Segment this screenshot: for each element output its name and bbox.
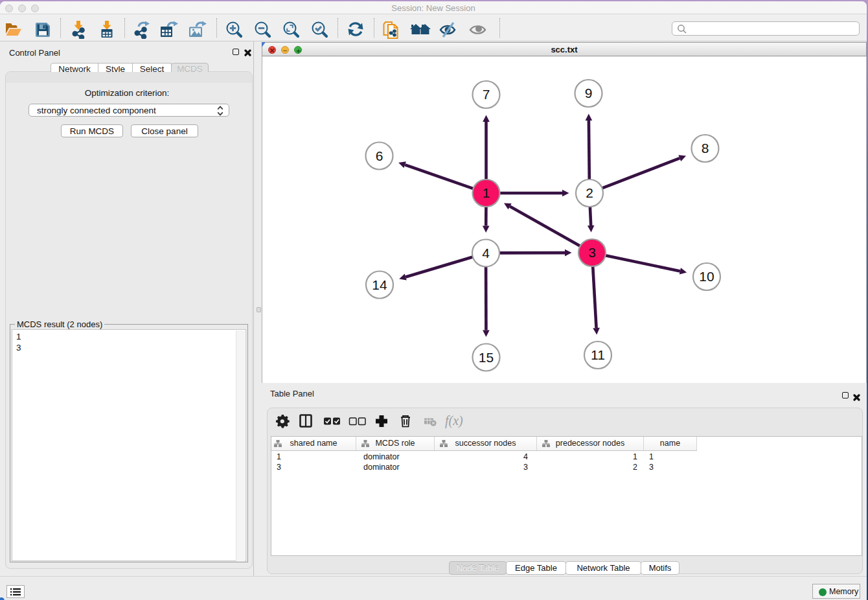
svg-text:14: 14 [372, 277, 387, 292]
svg-text:1: 1 [483, 185, 490, 200]
svg-text:4: 4 [482, 246, 490, 260]
svg-text:8: 8 [702, 141, 709, 156]
svg-text:10: 10 [699, 269, 714, 284]
svg-text:6: 6 [376, 148, 383, 163]
svg-text:11: 11 [591, 347, 605, 362]
svg-text:15: 15 [479, 350, 494, 365]
svg-text:7: 7 [483, 87, 490, 102]
svg-text:9: 9 [585, 86, 593, 100]
svg-text:2: 2 [586, 185, 593, 200]
svg-text:f(x): f(x) [445, 414, 463, 428]
svg-text:3: 3 [588, 245, 596, 260]
